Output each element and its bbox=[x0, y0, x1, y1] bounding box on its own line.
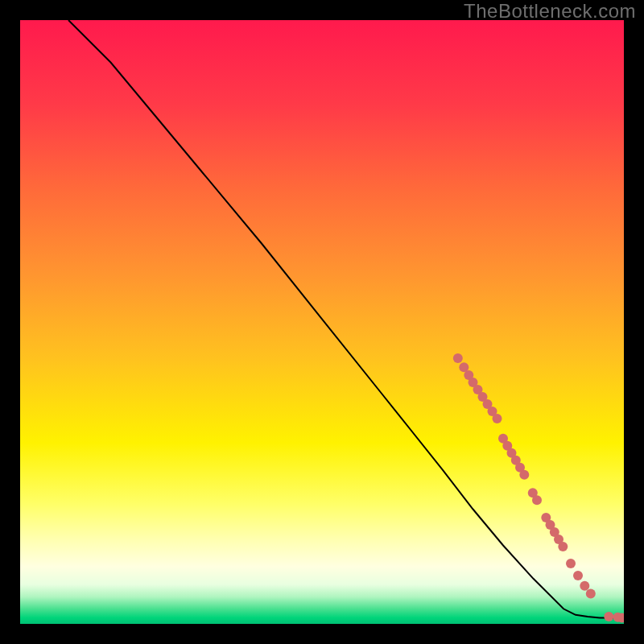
data-point bbox=[604, 612, 613, 621]
chart-plot bbox=[20, 20, 624, 624]
data-point bbox=[532, 495, 542, 505]
chart-stage: TheBottleneck.com bbox=[0, 0, 644, 644]
data-point bbox=[558, 542, 568, 551]
plot-background bbox=[20, 20, 624, 624]
data-point bbox=[573, 571, 583, 580]
data-point bbox=[580, 581, 589, 591]
data-point bbox=[519, 470, 529, 480]
data-point bbox=[493, 414, 502, 423]
data-point bbox=[453, 353, 463, 363]
data-point bbox=[586, 589, 596, 599]
watermark-text: TheBottleneck.com bbox=[464, 0, 636, 23]
data-point bbox=[566, 559, 576, 568]
